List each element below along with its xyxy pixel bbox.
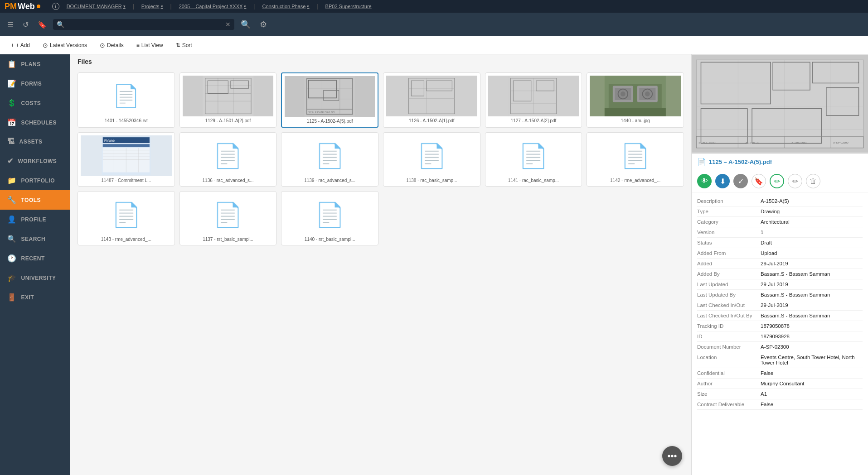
sidebar-item-search[interactable]: 🔍 SEARCH [0, 229, 70, 249]
sidebar-item-exit[interactable]: 🚪 EXIT [0, 288, 70, 307]
file-blank-icon-9: 📄 [417, 142, 446, 170]
list-view-button[interactable]: ≡ List View [133, 40, 167, 50]
plans-label: PLANS [21, 61, 41, 67]
add-label: + Add [16, 42, 30, 48]
pencil-action-button[interactable]: ✏ [788, 174, 802, 188]
file-card-2[interactable]: ✓ SCALE DATE DRG NO [281, 72, 378, 128]
detail-panel: SCALE 1:100 2019-07-29 A-1502-A(5) A-SP-… [691, 54, 868, 475]
workflows-label: WORKFLOWS [18, 158, 57, 164]
file-name-12: 1143 - rme_advanced_... [81, 237, 172, 242]
prop-label-last-updated: Last Updated [697, 282, 761, 287]
sidebar-item-university[interactable]: 🎓 UNIVERSITY [0, 268, 70, 288]
nav-chevron-3: ▾ [307, 4, 309, 9]
prop-label-version: Version [697, 230, 761, 235]
nav-construction-phase[interactable]: Construction Phase ▾ [262, 4, 309, 9]
search-input[interactable] [67, 21, 223, 28]
file-blank-icon-13: 📄 [213, 201, 242, 229]
prop-label-description: Description [697, 198, 761, 204]
sidebar-item-recent[interactable]: 🕐 RECENT [0, 249, 70, 268]
sidebar-item-costs[interactable]: 💲 COSTS [0, 93, 70, 113]
file-thumb-11: 📄 [590, 135, 681, 176]
details-button[interactable]: ⊙ Details [96, 40, 127, 51]
prop-value-description: A-1502-A(5) [761, 198, 863, 204]
view-action-button[interactable]: 👁 [697, 174, 712, 188]
top-nav: PMWeb ℹ DOCUMENT MANAGER ▾ | Projects ▾ … [0, 0, 868, 13]
sidebar-item-profile[interactable]: 👤 PROFILE [0, 210, 70, 229]
main-toolbar: ☰ ↺ 🔖 🔍 ✕ 🔍 ⚙ [0, 13, 868, 36]
file-card-10[interactable]: 📄 1141 - rac_basic_samp... [485, 132, 582, 187]
file-card-8[interactable]: 📄 1139 - rac_advanced_s... [281, 132, 378, 187]
nav-capital-project[interactable]: 2005 – Capital Project XXXX ▾ [179, 4, 247, 9]
prop-label-status: Status [697, 240, 761, 245]
sidebar-item-forms[interactable]: 📝 FORMS [0, 74, 70, 93]
latest-versions-label: Latest Versions [50, 42, 87, 48]
fab-button[interactable]: ••• [662, 446, 682, 466]
file-card-3[interactable]: 1126 - A-1502-A[1].pdf [383, 72, 480, 128]
search-icon: 🔍 [57, 21, 64, 28]
prop-label-location: Location [697, 355, 761, 365]
file-card-7[interactable]: 📄 1136 - rac_advanced_s... [179, 132, 277, 187]
zoom-button[interactable]: 🔍 [238, 18, 253, 31]
file-card-11[interactable]: 📄 1142 - rme_advanced_... [587, 132, 684, 187]
files-header-label: Files [78, 58, 92, 65]
nav-chevron-2: ▾ [244, 4, 246, 9]
prop-last-checked-in-out-by: Last Checked In/Out By Bassam.S - Bassam… [697, 311, 863, 321]
prop-value-contract-deliverable: False [761, 402, 863, 407]
latest-versions-button[interactable]: ⊙ Latest Versions [39, 40, 91, 51]
prop-contract-deliverable: Contract Deliverable False [697, 399, 863, 410]
delete-action-button[interactable]: 🗑 [806, 174, 820, 188]
file-name-5: 1440 - ahu.jpg [590, 118, 681, 124]
undo-button[interactable]: ↺ [20, 19, 31, 31]
file-thumb-0: 📄 [81, 76, 172, 116]
edit-action-button[interactable]: ✏ [770, 174, 784, 188]
nav-projects[interactable]: Projects ▾ [141, 4, 163, 9]
file-thumb-5 [590, 76, 681, 116]
file-area: Files 📄 1401 - 145520346.rvt [70, 54, 691, 475]
add-button[interactable]: + + Add [7, 40, 34, 50]
sidebar-item-plans[interactable]: 📋 PLANS [0, 54, 70, 74]
file-name-4: 1127 - A-1502-A[2].pdf [488, 118, 579, 124]
bookmark-button[interactable]: 🔖 [35, 19, 49, 31]
file-card-9[interactable]: 📄 1138 - rac_basic_samp... [383, 132, 480, 187]
nav-chevron-0: ▾ [123, 4, 126, 9]
file-card-13[interactable]: 📄 1137 - rst_basic_sampl... [179, 191, 277, 245]
sidebar-item-portfolio[interactable]: 📁 PORTFOLIO [0, 171, 70, 190]
prop-last-updated-by: Last Updated By Bassam.S - Bassam Samman [697, 290, 863, 300]
file-card-12[interactable]: 📄 1143 - rme_advanced_... [78, 191, 175, 245]
filter-button[interactable]: ⚙ [257, 18, 270, 31]
prop-label-document-number: Document Number [697, 344, 761, 350]
assets-icon: 🏗 [7, 138, 15, 146]
file-thumb-6: PMWeb [81, 135, 172, 176]
nav-sep-1: | [170, 3, 172, 10]
main-layout: 📋 PLANS 📝 FORMS 💲 COSTS 📅 SCHEDULES 🏗 AS… [0, 54, 868, 475]
sidebar-item-assets[interactable]: 🏗 ASSETS [0, 132, 70, 151]
forms-icon: 📝 [7, 79, 17, 88]
file-card-1[interactable]: 1129 - A-1501-A[2].pdf [179, 72, 277, 128]
file-card-0[interactable]: 📄 1401 - 145520346.rvt [78, 72, 175, 128]
prop-value-author: Murphy Consultant [761, 381, 863, 386]
sidebar-item-tools[interactable]: 🔧 TOOLS [0, 190, 70, 210]
prop-label-size: Size [697, 391, 761, 397]
file-card-14[interactable]: 📄 1140 - rst_basic_sampl... [281, 191, 378, 245]
download-action-button[interactable]: ⬇ [715, 174, 730, 188]
search-clear-icon[interactable]: ✕ [225, 21, 231, 28]
info-icon[interactable]: ℹ [52, 3, 59, 10]
detail-filename[interactable]: 📄 1125 – A-1502-A(5).pdf [692, 154, 868, 170]
prop-value-location: Events Centre, South Tower Hotel, North … [761, 355, 863, 365]
detail-preview: SCALE 1:100 2019-07-29 A-1502-A(5) A-SP-… [692, 54, 868, 154]
prop-label-id: ID [697, 334, 761, 339]
detail-file-icon: 📄 [697, 158, 706, 166]
nav-document-manager[interactable]: DOCUMENT MANAGER ▾ [67, 4, 126, 9]
portfolio-label: PORTFOLIO [21, 178, 55, 184]
file-card-5[interactable]: 1440 - ahu.jpg [587, 72, 684, 128]
svg-text:SCALE  DATE  DRG NO: SCALE DATE DRG NO [308, 111, 335, 114]
logo-pm: PM [5, 2, 17, 11]
bookmark-action-button[interactable]: 🔖 [752, 174, 766, 188]
sort-button[interactable]: ⇅ Sort [172, 40, 196, 50]
hamburger-button[interactable]: ☰ [5, 19, 16, 31]
approve-action-button[interactable]: ✓ [733, 174, 748, 188]
file-card-6[interactable]: PMWeb 11487 - Commitment [78, 132, 175, 187]
file-card-4[interactable]: 1127 - A-1502-A[2].pdf [485, 72, 582, 128]
sidebar-item-schedules[interactable]: 📅 SCHEDULES [0, 113, 70, 132]
sidebar-item-workflows[interactable]: ✔ WORKFLOWS [0, 151, 70, 171]
